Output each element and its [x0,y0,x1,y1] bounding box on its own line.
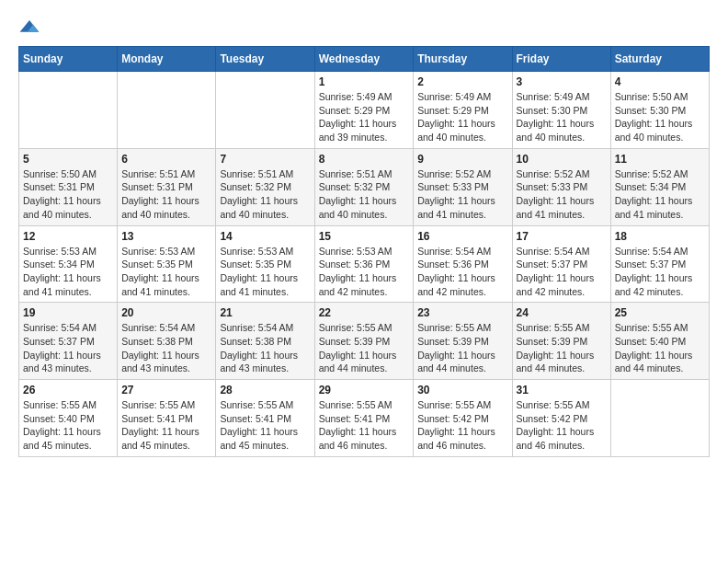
calendar-cell: 5Sunrise: 5:50 AM Sunset: 5:31 PM Daylig… [19,148,118,225]
day-info: Sunrise: 5:53 AM Sunset: 5:36 PM Dayligh… [319,245,410,299]
day-number: 7 [220,153,310,166]
day-info: Sunrise: 5:49 AM Sunset: 5:29 PM Dayligh… [417,90,507,144]
day-number: 5 [23,153,113,166]
day-info: Sunrise: 5:54 AM Sunset: 5:37 PM Dayligh… [615,245,705,299]
calendar-body: 1Sunrise: 5:49 AM Sunset: 5:29 PM Daylig… [19,72,710,457]
calendar-cell [216,72,314,149]
calendar-cell: 23Sunrise: 5:55 AM Sunset: 5:39 PM Dayli… [414,303,512,380]
weekday-header-friday: Friday [512,47,610,72]
calendar-cell: 13Sunrise: 5:53 AM Sunset: 5:35 PM Dayli… [118,225,216,303]
day-number: 22 [319,306,410,319]
calendar-cell: 4Sunrise: 5:50 AM Sunset: 5:30 PM Daylig… [610,72,709,149]
calendar-cell: 25Sunrise: 5:55 AM Sunset: 5:40 PM Dayli… [610,303,709,380]
day-info: Sunrise: 5:55 AM Sunset: 5:41 PM Dayligh… [319,398,410,453]
day-number: 12 [23,230,113,243]
calendar-cell: 9Sunrise: 5:52 AM Sunset: 5:33 PM Daylig… [414,148,512,225]
day-info: Sunrise: 5:53 AM Sunset: 5:35 PM Dayligh… [220,245,310,299]
weekday-header-saturday: Saturday [610,47,709,72]
day-number: 24 [517,306,607,319]
day-info: Sunrise: 5:55 AM Sunset: 5:40 PM Dayligh… [615,321,705,375]
day-number: 1 [319,75,410,88]
calendar-cell: 10Sunrise: 5:52 AM Sunset: 5:33 PM Dayli… [512,148,610,225]
week-row-0: 1Sunrise: 5:49 AM Sunset: 5:29 PM Daylig… [19,72,710,149]
day-number: 8 [319,153,410,166]
day-info: Sunrise: 5:50 AM Sunset: 5:31 PM Dayligh… [23,167,113,222]
day-number: 10 [517,153,607,166]
day-number: 28 [220,384,310,396]
day-number: 4 [615,75,705,88]
calendar-cell: 16Sunrise: 5:54 AM Sunset: 5:36 PM Dayli… [414,225,512,303]
calendar-cell: 26Sunrise: 5:55 AM Sunset: 5:40 PM Dayli… [19,380,118,457]
calendar-cell: 14Sunrise: 5:53 AM Sunset: 5:35 PM Dayli… [216,225,314,303]
day-info: Sunrise: 5:49 AM Sunset: 5:29 PM Dayligh… [319,90,410,144]
day-info: Sunrise: 5:55 AM Sunset: 5:42 PM Dayligh… [417,398,507,453]
calendar-cell: 19Sunrise: 5:54 AM Sunset: 5:37 PM Dayli… [19,303,118,380]
calendar-table: SundayMondayTuesdayWednesdayThursdayFrid… [18,46,710,457]
day-number: 27 [121,384,211,396]
calendar-cell: 18Sunrise: 5:54 AM Sunset: 5:37 PM Dayli… [610,225,709,303]
day-number: 9 [417,153,507,166]
calendar-cell: 20Sunrise: 5:54 AM Sunset: 5:38 PM Dayli… [118,303,216,380]
week-row-2: 12Sunrise: 5:53 AM Sunset: 5:34 PM Dayli… [19,225,710,303]
calendar-cell: 1Sunrise: 5:49 AM Sunset: 5:29 PM Daylig… [314,72,414,149]
calendar-cell: 28Sunrise: 5:55 AM Sunset: 5:41 PM Dayli… [216,380,314,457]
week-row-1: 5Sunrise: 5:50 AM Sunset: 5:31 PM Daylig… [19,148,710,225]
day-number: 11 [615,153,705,166]
calendar-cell: 22Sunrise: 5:55 AM Sunset: 5:39 PM Dayli… [314,303,414,380]
day-number: 29 [319,384,410,396]
day-number: 23 [417,306,507,319]
day-info: Sunrise: 5:50 AM Sunset: 5:30 PM Dayligh… [615,90,705,144]
day-number: 21 [220,306,310,319]
week-row-4: 26Sunrise: 5:55 AM Sunset: 5:40 PM Dayli… [19,380,710,457]
day-number: 13 [121,230,211,243]
weekday-header-tuesday: Tuesday [216,47,314,72]
day-number: 18 [615,230,705,243]
day-number: 2 [417,75,507,88]
day-info: Sunrise: 5:52 AM Sunset: 5:33 PM Dayligh… [517,167,607,222]
page-header [18,18,710,37]
weekday-header-wednesday: Wednesday [314,47,414,72]
day-info: Sunrise: 5:51 AM Sunset: 5:32 PM Dayligh… [220,167,310,222]
day-info: Sunrise: 5:55 AM Sunset: 5:41 PM Dayligh… [121,398,211,453]
calendar-cell: 12Sunrise: 5:53 AM Sunset: 5:34 PM Dayli… [19,225,118,303]
day-number: 17 [517,230,607,243]
day-info: Sunrise: 5:53 AM Sunset: 5:35 PM Dayligh… [121,245,211,299]
day-info: Sunrise: 5:54 AM Sunset: 5:37 PM Dayligh… [517,245,607,299]
day-number: 6 [121,153,211,166]
day-info: Sunrise: 5:54 AM Sunset: 5:38 PM Dayligh… [220,321,310,375]
day-number: 31 [517,384,607,396]
day-info: Sunrise: 5:52 AM Sunset: 5:33 PM Dayligh… [417,167,507,222]
day-info: Sunrise: 5:55 AM Sunset: 5:40 PM Dayligh… [23,398,113,453]
calendar-cell: 17Sunrise: 5:54 AM Sunset: 5:37 PM Dayli… [512,225,610,303]
day-info: Sunrise: 5:51 AM Sunset: 5:32 PM Dayligh… [319,167,410,222]
day-info: Sunrise: 5:55 AM Sunset: 5:41 PM Dayligh… [220,398,310,453]
logo [18,18,44,37]
calendar-cell [19,72,118,149]
calendar-cell: 24Sunrise: 5:55 AM Sunset: 5:39 PM Dayli… [512,303,610,380]
calendar-cell: 2Sunrise: 5:49 AM Sunset: 5:29 PM Daylig… [414,72,512,149]
calendar-cell: 21Sunrise: 5:54 AM Sunset: 5:38 PM Dayli… [216,303,314,380]
day-number: 19 [23,306,113,319]
day-info: Sunrise: 5:54 AM Sunset: 5:36 PM Dayligh… [417,245,507,299]
day-number: 14 [220,230,310,243]
weekday-header-monday: Monday [118,47,216,72]
calendar-cell: 30Sunrise: 5:55 AM Sunset: 5:42 PM Dayli… [414,380,512,457]
calendar-cell [118,72,216,149]
day-number: 25 [615,306,705,319]
day-number: 3 [517,75,607,88]
day-info: Sunrise: 5:53 AM Sunset: 5:34 PM Dayligh… [23,245,113,299]
day-number: 16 [417,230,507,243]
calendar-header: SundayMondayTuesdayWednesdayThursdayFrid… [19,47,710,72]
day-info: Sunrise: 5:55 AM Sunset: 5:39 PM Dayligh… [319,321,410,375]
day-number: 30 [417,384,507,396]
calendar-cell: 27Sunrise: 5:55 AM Sunset: 5:41 PM Dayli… [118,380,216,457]
calendar-cell: 15Sunrise: 5:53 AM Sunset: 5:36 PM Dayli… [314,225,414,303]
calendar-cell: 6Sunrise: 5:51 AM Sunset: 5:31 PM Daylig… [118,148,216,225]
day-info: Sunrise: 5:49 AM Sunset: 5:30 PM Dayligh… [517,90,607,144]
day-info: Sunrise: 5:52 AM Sunset: 5:34 PM Dayligh… [615,167,705,222]
calendar-cell: 29Sunrise: 5:55 AM Sunset: 5:41 PM Dayli… [314,380,414,457]
day-info: Sunrise: 5:55 AM Sunset: 5:39 PM Dayligh… [517,321,607,375]
calendar-cell: 7Sunrise: 5:51 AM Sunset: 5:32 PM Daylig… [216,148,314,225]
weekday-header-row: SundayMondayTuesdayWednesdayThursdayFrid… [19,47,710,72]
logo-icon [18,18,40,37]
